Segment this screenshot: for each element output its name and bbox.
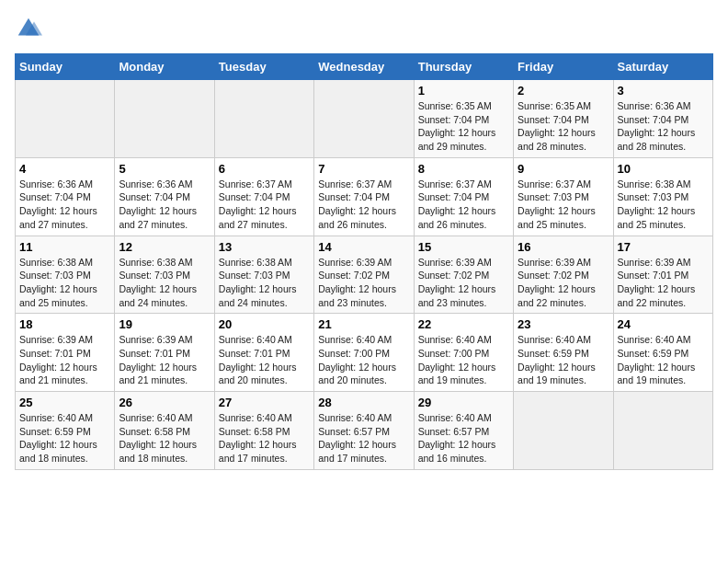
calendar-cell — [115, 80, 214, 158]
calendar-cell: 16Sunrise: 6:39 AM Sunset: 7:02 PM Dayli… — [514, 236, 613, 314]
day-number: 22 — [418, 317, 509, 331]
calendar-cell: 11Sunrise: 6:38 AM Sunset: 7:03 PM Dayli… — [16, 236, 115, 314]
day-info: Sunrise: 6:40 AM Sunset: 6:59 PM Dayligh… — [19, 411, 110, 465]
day-number: 7 — [318, 162, 409, 176]
day-info: Sunrise: 6:38 AM Sunset: 7:03 PM Dayligh… — [618, 178, 709, 232]
day-number: 11 — [19, 240, 110, 254]
calendar-header-thursday: Thursday — [414, 54, 513, 80]
day-info: Sunrise: 6:38 AM Sunset: 7:03 PM Dayligh… — [119, 256, 210, 310]
calendar-cell — [16, 80, 115, 158]
day-info: Sunrise: 6:40 AM Sunset: 6:58 PM Dayligh… — [219, 411, 310, 465]
day-info: Sunrise: 6:40 AM Sunset: 6:59 PM Dayligh… — [518, 333, 609, 387]
day-info: Sunrise: 6:37 AM Sunset: 7:04 PM Dayligh… — [219, 178, 310, 232]
calendar-cell: 23Sunrise: 6:40 AM Sunset: 6:59 PM Dayli… — [514, 314, 613, 392]
day-number: 17 — [618, 240, 709, 254]
day-number: 16 — [518, 240, 609, 254]
day-number: 4 — [19, 162, 110, 176]
calendar-cell: 14Sunrise: 6:39 AM Sunset: 7:02 PM Dayli… — [314, 236, 414, 314]
calendar-header-row: SundayMondayTuesdayWednesdayThursdayFrid… — [16, 54, 713, 80]
calendar-cell: 26Sunrise: 6:40 AM Sunset: 6:58 PM Dayli… — [115, 392, 214, 470]
day-info: Sunrise: 6:39 AM Sunset: 7:02 PM Dayligh… — [318, 256, 409, 310]
day-info: Sunrise: 6:36 AM Sunset: 7:04 PM Dayligh… — [19, 178, 110, 232]
calendar-cell: 21Sunrise: 6:40 AM Sunset: 7:00 PM Dayli… — [314, 314, 414, 392]
day-number: 12 — [119, 240, 210, 254]
day-info: Sunrise: 6:40 AM Sunset: 7:00 PM Dayligh… — [318, 333, 409, 387]
calendar-header-wednesday: Wednesday — [314, 54, 414, 80]
calendar-header-saturday: Saturday — [613, 54, 712, 80]
calendar-week-row: 4Sunrise: 6:36 AM Sunset: 7:04 PM Daylig… — [16, 157, 713, 236]
day-info: Sunrise: 6:36 AM Sunset: 7:04 PM Dayligh… — [618, 99, 709, 154]
calendar-cell: 20Sunrise: 6:40 AM Sunset: 7:01 PM Dayli… — [214, 314, 313, 392]
calendar-week-row: 18Sunrise: 6:39 AM Sunset: 7:01 PM Dayli… — [16, 314, 713, 392]
calendar-cell: 22Sunrise: 6:40 AM Sunset: 7:00 PM Dayli… — [414, 314, 513, 392]
day-info: Sunrise: 6:38 AM Sunset: 7:03 PM Dayligh… — [219, 256, 310, 310]
calendar-cell: 15Sunrise: 6:39 AM Sunset: 7:02 PM Dayli… — [414, 236, 513, 314]
day-info: Sunrise: 6:40 AM Sunset: 6:58 PM Dayligh… — [119, 411, 210, 465]
day-number: 3 — [618, 84, 709, 98]
calendar-cell: 8Sunrise: 6:37 AM Sunset: 7:04 PM Daylig… — [414, 157, 513, 236]
day-number: 6 — [219, 162, 310, 176]
page-header — [15, 15, 713, 42]
calendar-cell: 9Sunrise: 6:37 AM Sunset: 7:03 PM Daylig… — [514, 157, 613, 236]
day-number: 13 — [219, 240, 310, 254]
calendar-cell — [613, 392, 712, 470]
calendar-cell: 1Sunrise: 6:35 AM Sunset: 7:04 PM Daylig… — [414, 80, 513, 158]
day-info: Sunrise: 6:40 AM Sunset: 7:00 PM Dayligh… — [418, 333, 509, 387]
calendar-header-monday: Monday — [115, 54, 214, 80]
calendar-cell: 25Sunrise: 6:40 AM Sunset: 6:59 PM Dayli… — [16, 392, 115, 470]
calendar-cell: 2Sunrise: 6:35 AM Sunset: 7:04 PM Daylig… — [514, 80, 613, 158]
calendar-cell — [214, 80, 313, 158]
day-info: Sunrise: 6:40 AM Sunset: 6:57 PM Dayligh… — [418, 411, 509, 465]
logo — [15, 15, 46, 42]
calendar-header-tuesday: Tuesday — [214, 54, 313, 80]
calendar-cell: 5Sunrise: 6:36 AM Sunset: 7:04 PM Daylig… — [115, 157, 214, 236]
day-number: 20 — [219, 317, 310, 331]
day-info: Sunrise: 6:35 AM Sunset: 7:04 PM Dayligh… — [518, 99, 609, 154]
calendar-cell: 4Sunrise: 6:36 AM Sunset: 7:04 PM Daylig… — [16, 157, 115, 236]
day-info: Sunrise: 6:39 AM Sunset: 7:01 PM Dayligh… — [618, 256, 709, 310]
calendar-cell: 13Sunrise: 6:38 AM Sunset: 7:03 PM Dayli… — [214, 236, 313, 314]
day-number: 14 — [318, 240, 409, 254]
day-number: 10 — [618, 162, 709, 176]
calendar-cell: 3Sunrise: 6:36 AM Sunset: 7:04 PM Daylig… — [613, 80, 712, 158]
day-number: 27 — [219, 396, 310, 409]
day-info: Sunrise: 6:39 AM Sunset: 7:01 PM Dayligh… — [119, 333, 210, 387]
day-number: 23 — [518, 317, 609, 331]
day-info: Sunrise: 6:36 AM Sunset: 7:04 PM Dayligh… — [119, 178, 210, 232]
day-info: Sunrise: 6:37 AM Sunset: 7:04 PM Dayligh… — [418, 178, 509, 232]
day-info: Sunrise: 6:39 AM Sunset: 7:02 PM Dayligh… — [418, 256, 509, 310]
calendar-cell: 28Sunrise: 6:40 AM Sunset: 6:57 PM Dayli… — [314, 392, 414, 470]
calendar-cell — [514, 392, 613, 470]
calendar-cell: 19Sunrise: 6:39 AM Sunset: 7:01 PM Dayli… — [115, 314, 214, 392]
day-number: 15 — [418, 240, 509, 254]
calendar-header-friday: Friday — [514, 54, 613, 80]
calendar-cell: 6Sunrise: 6:37 AM Sunset: 7:04 PM Daylig… — [214, 157, 313, 236]
day-number: 26 — [119, 396, 210, 409]
day-number: 18 — [19, 317, 110, 331]
day-number: 24 — [618, 317, 709, 331]
day-number: 5 — [119, 162, 210, 176]
day-number: 9 — [518, 162, 609, 176]
day-number: 25 — [19, 396, 110, 409]
day-number: 19 — [119, 317, 210, 331]
calendar-cell: 17Sunrise: 6:39 AM Sunset: 7:01 PM Dayli… — [613, 236, 712, 314]
calendar-cell: 24Sunrise: 6:40 AM Sunset: 6:59 PM Dayli… — [613, 314, 712, 392]
calendar-table: SundayMondayTuesdayWednesdayThursdayFrid… — [15, 53, 713, 470]
calendar-week-row: 1Sunrise: 6:35 AM Sunset: 7:04 PM Daylig… — [16, 80, 713, 158]
calendar-cell: 27Sunrise: 6:40 AM Sunset: 6:58 PM Dayli… — [214, 392, 313, 470]
calendar-cell: 12Sunrise: 6:38 AM Sunset: 7:03 PM Dayli… — [115, 236, 214, 314]
calendar-cell: 10Sunrise: 6:38 AM Sunset: 7:03 PM Dayli… — [613, 157, 712, 236]
calendar-week-row: 11Sunrise: 6:38 AM Sunset: 7:03 PM Dayli… — [16, 236, 713, 314]
day-info: Sunrise: 6:39 AM Sunset: 7:02 PM Dayligh… — [518, 256, 609, 310]
day-info: Sunrise: 6:38 AM Sunset: 7:03 PM Dayligh… — [19, 256, 110, 310]
day-info: Sunrise: 6:39 AM Sunset: 7:01 PM Dayligh… — [19, 333, 110, 387]
day-info: Sunrise: 6:40 AM Sunset: 6:57 PM Dayligh… — [318, 411, 409, 465]
day-info: Sunrise: 6:40 AM Sunset: 7:01 PM Dayligh… — [219, 333, 310, 387]
calendar-cell: 7Sunrise: 6:37 AM Sunset: 7:04 PM Daylig… — [314, 157, 414, 236]
day-info: Sunrise: 6:37 AM Sunset: 7:04 PM Dayligh… — [318, 178, 409, 232]
day-info: Sunrise: 6:37 AM Sunset: 7:03 PM Dayligh… — [518, 178, 609, 232]
day-number: 21 — [318, 317, 409, 331]
day-info: Sunrise: 6:40 AM Sunset: 6:59 PM Dayligh… — [618, 333, 709, 387]
day-number: 1 — [418, 84, 509, 98]
day-number: 2 — [518, 84, 609, 98]
